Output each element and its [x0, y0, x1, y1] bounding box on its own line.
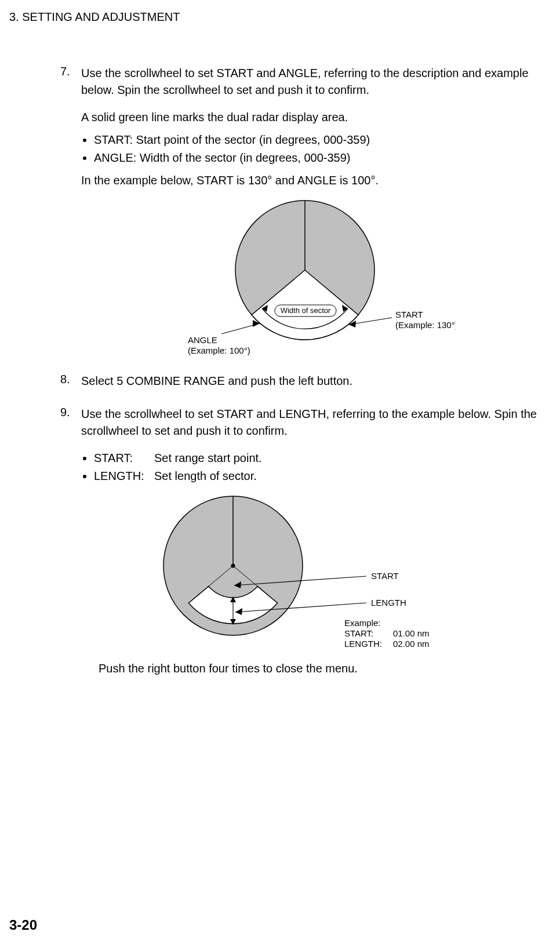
- step9-b2-term: LENGTH:: [94, 468, 154, 485]
- page-content: 7. Use the scrollwheel to set START and …: [60, 65, 550, 677]
- diagram-sector-range: START LENGTH Example: START: 01.00 nm LE…: [134, 490, 459, 656]
- step-9: 9. Use the scrollwheel to set START and …: [60, 406, 550, 445]
- step9-b1-term: START:: [94, 450, 154, 467]
- step9-bullet1: START: Set range start point.: [94, 450, 550, 467]
- step8-body: Select 5 COMBINE RANGE and push the left…: [81, 373, 550, 395]
- step-8: 8. Select 5 COMBINE RANGE and push the l…: [60, 373, 550, 395]
- step7-bullet2: ANGLE: Width of the sector (in degrees, …: [94, 150, 550, 166]
- step7-line3: In the example below, START is 130° and …: [81, 172, 550, 189]
- dia2-ex-start-label: START:: [344, 628, 373, 638]
- step9-extra: START: Set range start point. LENGTH: Se…: [81, 450, 550, 485]
- step7-bullet1: START: Start point of the sector (in deg…: [94, 132, 550, 148]
- step9-bullet2: LENGTH: Set length of sector.: [94, 468, 550, 485]
- step-number: 8.: [60, 373, 81, 386]
- dia2-ex-title: Example:: [344, 618, 381, 628]
- step-number: 9.: [60, 406, 81, 419]
- dia2-length-label: LENGTH: [371, 598, 406, 607]
- page-number: 3-20: [9, 917, 37, 933]
- step9-bullets: START: Set range start point. LENGTH: Se…: [94, 450, 550, 485]
- diagram-sector-angle: Width of sector START (Example: 130°) AN…: [154, 195, 456, 360]
- step9-line1: Use the scrollwheel to set START and LEN…: [81, 406, 550, 439]
- step9-body: Use the scrollwheel to set START and LEN…: [81, 406, 550, 445]
- step-7: 7. Use the scrollwheel to set START and …: [60, 65, 550, 104]
- dia2-ex-start-val: 01.00 nm: [393, 628, 430, 638]
- step9-b1-def: Set range start point.: [154, 450, 550, 467]
- dia1-start-example: (Example: 130°): [395, 320, 456, 330]
- dia1-width-label: Width of sector: [281, 306, 331, 315]
- dia2-ex-length-val: 02.00 nm: [393, 639, 430, 649]
- step-number: 7.: [60, 65, 81, 78]
- step9-b2-def: Set length of sector.: [154, 468, 550, 485]
- step8-text: Select 5 COMBINE RANGE and push the left…: [81, 373, 550, 390]
- closing-line: Push the right button four times to clos…: [99, 660, 550, 677]
- dia1-start-label: START: [395, 310, 423, 319]
- step7-bullets: START: Start point of the sector (in deg…: [94, 132, 550, 166]
- step7-line1: Use the scrollwheel to set START and ANG…: [81, 65, 550, 99]
- step-body: Use the scrollwheel to set START and ANG…: [81, 65, 550, 104]
- dia2-ex-length-label: LENGTH:: [344, 639, 382, 649]
- step7-extra: A solid green line marks the dual radar …: [81, 109, 550, 189]
- section-header: 3. SETTING AND ADJUSTMENT: [9, 10, 180, 24]
- step7-line2: A solid green line marks the dual radar …: [81, 109, 550, 126]
- dia1-angle-example: (Example: 100°): [188, 345, 250, 355]
- dia1-angle-label: ANGLE: [188, 335, 217, 345]
- dia2-start-label: START: [371, 571, 399, 581]
